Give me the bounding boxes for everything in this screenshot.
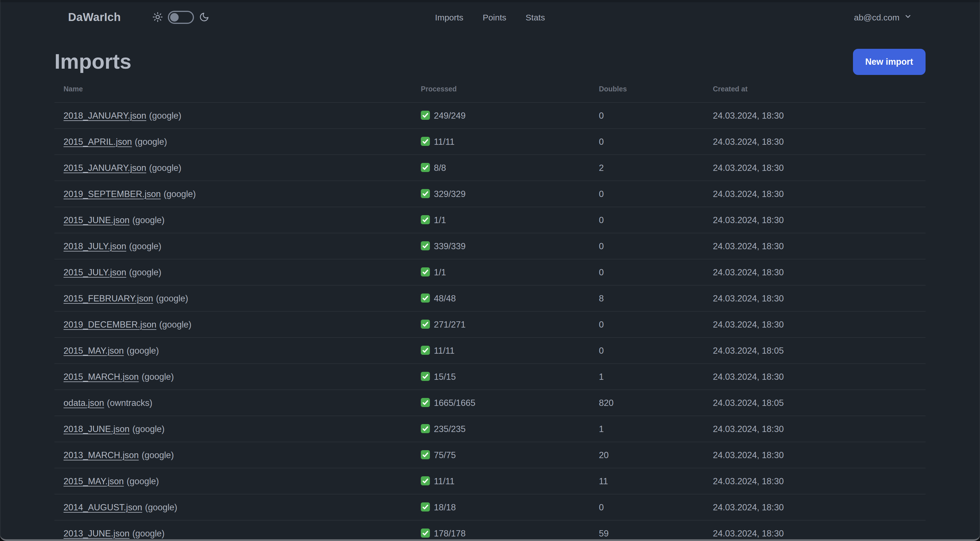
success-check-icon: [421, 111, 430, 120]
import-source-label: (google): [156, 293, 188, 303]
success-check-icon: [421, 241, 430, 251]
import-file-link[interactable]: 2013_JUNE.json: [64, 528, 130, 538]
app-window: DaWarIch: [0, 0, 980, 541]
success-check-icon: [421, 319, 430, 329]
import-source-label: (google): [149, 163, 181, 172]
import-source-label: (google): [142, 450, 174, 460]
import-doubles-cell: 20: [590, 442, 704, 468]
import-file-link[interactable]: 2014_AUGUST.json: [64, 502, 142, 512]
processed-count: 75/75: [434, 450, 456, 460]
table-row: 2019_SEPTEMBER.json(google)329/329024.03…: [54, 181, 926, 207]
success-check-icon: [421, 163, 430, 172]
processed-count: 11/11: [434, 476, 455, 486]
success-check-icon: [421, 450, 430, 459]
import-file-link[interactable]: 2015_MARCH.json: [64, 372, 138, 381]
import-name-cell: 2015_JULY.json(google): [54, 259, 412, 285]
import-source-label: (google): [132, 215, 165, 225]
import-file-link[interactable]: 2018_JUNE.json: [64, 424, 130, 433]
import-file-link[interactable]: odata.json: [64, 398, 104, 407]
theme-toggle-switch[interactable]: [168, 11, 194, 24]
import-name-cell: 2015_JUNE.json(google): [54, 207, 412, 233]
import-doubles-cell: 0: [590, 102, 704, 129]
import-processed-cell: 15/15: [412, 364, 590, 390]
chevron-down-icon: [904, 12, 912, 22]
processed-count: 48/48: [434, 293, 456, 303]
imports-table-body: 2018_JANUARY.json(google)249/249024.03.2…: [54, 102, 926, 541]
import-name-cell: 2018_JANUARY.json(google): [54, 102, 412, 129]
column-header-name: Name: [54, 81, 412, 102]
processed-count: 339/339: [434, 241, 466, 251]
import-file-link[interactable]: 2015_FEBRUARY.json: [64, 293, 153, 303]
import-file-link[interactable]: 2013_MARCH.json: [64, 450, 138, 460]
imports-table-container: Name Processed Doubles Created at 2018_J…: [54, 81, 926, 541]
import-file-link[interactable]: 2018_JANUARY.json: [64, 110, 146, 120]
navbar-right: ab@cd.com: [854, 12, 912, 22]
import-file-link[interactable]: 2019_DECEMBER.json: [64, 319, 156, 329]
import-file-link[interactable]: 2015_MAY.json: [64, 476, 124, 486]
import-name-cell: 2015_MAY.json(google): [54, 468, 412, 494]
new-import-button[interactable]: New import: [853, 49, 926, 75]
success-check-icon: [421, 372, 430, 381]
import-doubles-cell: 0: [590, 494, 704, 520]
import-doubles-cell: 1: [590, 416, 704, 442]
import-source-label: (google): [135, 137, 167, 146]
menu-item-imports[interactable]: Imports: [435, 12, 463, 22]
processed-count: 1/1: [434, 215, 446, 225]
success-check-icon: [421, 294, 430, 303]
user-menu[interactable]: ab@cd.com: [854, 12, 912, 22]
import-name-cell: 2015_MARCH.json(google): [54, 364, 412, 390]
app-logo[interactable]: DaWarIch: [68, 11, 121, 24]
import-name-cell: 2018_JULY.json(google): [54, 233, 412, 259]
table-row: 2015_JUNE.json(google)1/1024.03.2024, 18…: [54, 207, 926, 233]
success-check-icon: [421, 476, 430, 485]
import-created-cell: 24.03.2024, 18:30: [704, 259, 926, 285]
import-created-cell: 24.03.2024, 18:30: [704, 102, 926, 129]
import-created-cell: 24.03.2024, 18:30: [704, 207, 926, 233]
table-header-row: Name Processed Doubles Created at: [54, 81, 926, 102]
table-row: 2013_MARCH.json(google)75/752024.03.2024…: [54, 442, 926, 468]
table-row: 2013_JUNE.json(google)178/1785924.03.202…: [54, 520, 926, 541]
import-created-cell: 24.03.2024, 18:30: [704, 520, 926, 541]
import-created-cell: 24.03.2024, 18:30: [704, 494, 926, 520]
column-header-doubles: Doubles: [590, 81, 704, 102]
table-row: 2015_MARCH.json(google)15/15124.03.2024,…: [54, 364, 926, 390]
import-source-label: (google): [132, 528, 165, 538]
import-doubles-cell: 0: [590, 129, 704, 155]
processed-count: 271/271: [434, 319, 466, 329]
import-file-link[interactable]: 2015_JANUARY.json: [64, 163, 146, 172]
import-file-link[interactable]: 2015_APRIL.json: [64, 137, 132, 146]
import-source-label: (google): [164, 189, 196, 198]
success-check-icon: [421, 215, 430, 224]
import-doubles-cell: 59: [590, 520, 704, 541]
import-source-label: (owntracks): [107, 398, 152, 407]
import-file-link[interactable]: 2015_JUNE.json: [64, 215, 130, 225]
menu-item-stats[interactable]: Stats: [526, 12, 545, 22]
import-created-cell: 24.03.2024, 18:30: [704, 416, 926, 442]
table-row: 2015_FEBRUARY.json(google)48/48824.03.20…: [54, 285, 926, 311]
import-file-link[interactable]: 2019_SEPTEMBER.json: [64, 189, 161, 198]
import-file-link[interactable]: 2015_MAY.json: [64, 345, 124, 355]
import-file-link[interactable]: 2018_JULY.json: [64, 241, 126, 251]
import-source-label: (google): [127, 345, 159, 355]
page-title: Imports: [54, 50, 131, 73]
import-processed-cell: 11/11: [412, 337, 590, 364]
import-processed-cell: 11/11: [412, 468, 590, 494]
menu-item-points[interactable]: Points: [483, 12, 506, 22]
import-doubles-cell: 0: [590, 259, 704, 285]
column-header-created-at: Created at: [704, 81, 926, 102]
import-created-cell: 24.03.2024, 18:30: [704, 364, 926, 390]
import-file-link[interactable]: 2015_JULY.json: [64, 267, 126, 277]
imports-table: Name Processed Doubles Created at 2018_J…: [54, 81, 926, 541]
navbar: DaWarIch: [0, 0, 980, 34]
import-source-label: (google): [129, 241, 161, 251]
import-doubles-cell: 8: [590, 285, 704, 311]
import-doubles-cell: 0: [590, 181, 704, 207]
import-processed-cell: 48/48: [412, 285, 590, 311]
success-check-icon: [421, 346, 430, 355]
import-processed-cell: 235/235: [412, 416, 590, 442]
import-created-cell: 24.03.2024, 18:30: [704, 181, 926, 207]
import-name-cell: 2013_JUNE.json(google): [54, 520, 412, 541]
import-processed-cell: 75/75: [412, 442, 590, 468]
main-menu: Imports Points Stats: [435, 0, 545, 34]
import-processed-cell: 249/249: [412, 102, 590, 129]
